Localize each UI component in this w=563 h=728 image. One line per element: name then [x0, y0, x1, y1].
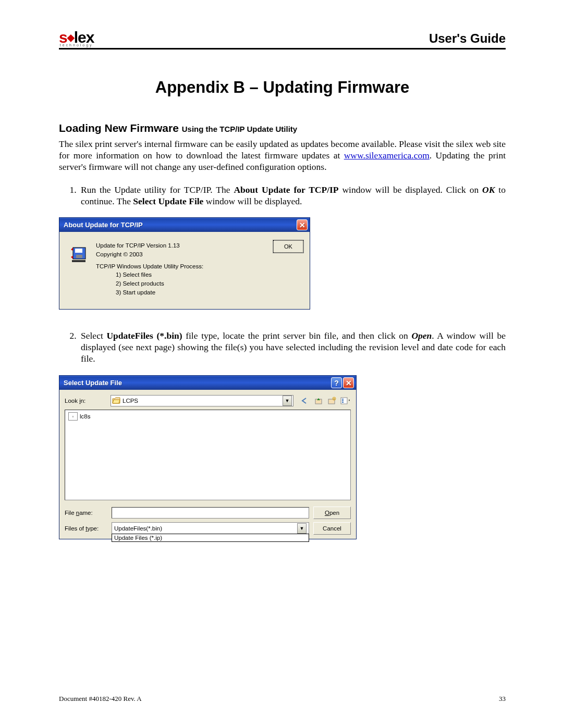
step-2: Select UpdateFiles (*.bin) file type, lo…	[79, 330, 506, 365]
svg-rect-10	[342, 402, 344, 403]
file-list-area[interactable]: ▫ lc8s	[65, 410, 351, 500]
select-dialog-title: Select Update File	[64, 379, 122, 387]
about-dialog-body: Update for TCP/IP Version 1.13 Copyright…	[59, 232, 310, 309]
lookin-combo[interactable]: LCPS ▼	[111, 395, 293, 406]
svg-rect-2	[76, 255, 82, 258]
up-folder-icon[interactable]	[313, 396, 324, 406]
view-menu-icon[interactable]	[340, 396, 351, 406]
step-list-2: Select UpdateFiles (*.bin) file type, lo…	[59, 330, 506, 365]
silex-logo: s◆lex technology	[59, 30, 94, 47]
page-number: 33	[499, 695, 506, 703]
select-dialog-titlebar: Select Update File ? ✕	[59, 376, 356, 390]
about-line5: 2) Select products	[96, 279, 203, 288]
file-name: lc8s	[80, 413, 90, 419]
svg-rect-7	[341, 398, 347, 404]
section-heading: Loading New Firmware Using the TCP/IP Up…	[59, 122, 506, 134]
intro-paragraph: The silex print server's internal firmwa…	[59, 139, 506, 173]
section-heading-main: Loading New Firmware	[59, 122, 182, 134]
appendix-title: Appendix B – Updating Firmware	[59, 78, 506, 97]
chevron-down-icon[interactable]: ▼	[297, 523, 307, 534]
bin-file-icon: ▫	[68, 412, 78, 421]
filename-input[interactable]	[112, 507, 309, 519]
open-button[interactable]: Open	[313, 507, 351, 519]
folder-open-icon	[112, 397, 120, 404]
step-1: Run the Update utility for TCP/IP. The A…	[79, 184, 506, 207]
filetype-dropdown-list[interactable]: Update Files (*.ip)	[112, 534, 309, 542]
doc-id: Document #40182-420 Rev. A	[59, 695, 142, 703]
back-icon[interactable]	[300, 396, 310, 406]
about-dialog-title: About Update for TCP/IP	[64, 221, 143, 229]
list-item[interactable]: ▫ lc8s	[68, 412, 347, 421]
about-line6: 3) Start update	[96, 288, 203, 297]
filetype-label: Files of type:	[65, 525, 107, 532]
close-icon[interactable]: ✕	[297, 219, 308, 230]
logo-subtext: technology	[60, 43, 93, 47]
svg-rect-3	[72, 260, 85, 262]
lookin-value: LCPS	[123, 398, 138, 404]
svg-rect-9	[342, 400, 344, 401]
lookin-label: Look in:	[65, 398, 107, 404]
close-icon[interactable]: ✕	[343, 377, 354, 388]
page-header: s◆lex technology User's Guide	[59, 30, 506, 50]
about-text: Update for TCP/IP Version 1.13 Copyright…	[96, 241, 203, 297]
cancel-button[interactable]: Cancel	[313, 522, 351, 535]
filetype-value: UpdateFiles(*.bin)	[114, 525, 162, 532]
svg-rect-5	[328, 399, 335, 404]
about-line3: TCP/IP Windows Update Utility Process:	[96, 262, 203, 271]
silex-link[interactable]: www.silexamerica.com	[344, 150, 430, 161]
about-line1: Update for TCP/IP Version 1.13	[96, 241, 203, 250]
about-line4: 1) Select files	[96, 270, 203, 279]
about-line2: Copyright © 2003	[96, 250, 203, 259]
section-heading-sub: Using the TCP/IP Update Utility	[182, 125, 297, 133]
chevron-down-icon[interactable]: ▼	[283, 396, 292, 406]
svg-rect-1	[75, 249, 82, 253]
filename-label: File name:	[65, 510, 107, 516]
select-file-dialog: Select Update File ? ✕ Look in: LCPS ▼	[59, 375, 357, 539]
filetype-combo[interactable]: UpdateFiles(*.bin) ▼ Update Files (*.ip)	[112, 522, 309, 535]
ok-button[interactable]: OK	[273, 240, 303, 253]
disk-icon	[70, 245, 89, 264]
guide-title: User's Guide	[429, 31, 506, 46]
page-footer: Document #40182-420 Rev. A 33	[59, 695, 506, 703]
svg-rect-8	[342, 399, 344, 400]
step-list: Run the Update utility for TCP/IP. The A…	[59, 184, 506, 207]
about-update-dialog: About Update for TCP/IP ✕ Update for TCP…	[59, 217, 310, 310]
about-dialog-titlebar: About Update for TCP/IP ✕	[59, 218, 310, 232]
select-dialog-body: Look in: LCPS ▼ ▫ lc8s	[59, 390, 356, 539]
new-folder-icon[interactable]	[327, 396, 337, 406]
filetype-option[interactable]: Update Files (*.ip)	[114, 535, 307, 541]
help-icon[interactable]: ?	[331, 377, 342, 388]
